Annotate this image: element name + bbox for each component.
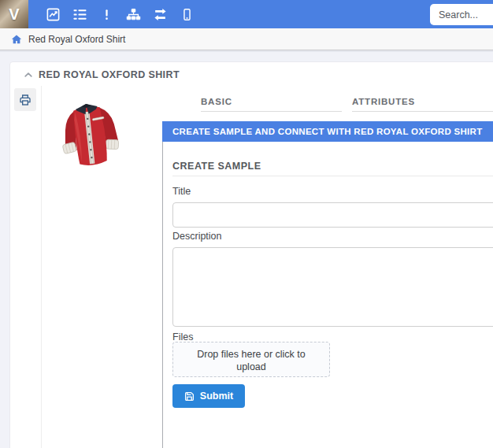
chart-icon[interactable] <box>39 0 66 28</box>
exchange-icon[interactable] <box>146 0 173 28</box>
description-input[interactable] <box>172 247 493 327</box>
mobile-icon[interactable] <box>173 0 200 28</box>
save-icon <box>184 391 195 402</box>
search-input[interactable] <box>430 4 493 25</box>
tab-basic[interactable]: BASIC <box>201 97 342 112</box>
files-label: Files <box>172 331 193 342</box>
alert-icon[interactable] <box>93 0 120 28</box>
breadcrumb-label: Red Royal Oxford Shirt <box>28 34 125 45</box>
submit-button[interactable]: Submit <box>172 384 245 408</box>
tasks-icon[interactable] <box>66 0 93 28</box>
app-logo[interactable]: V <box>0 0 28 28</box>
product-image <box>50 95 128 175</box>
section-divider <box>172 176 493 176</box>
section-title: CREATE SAMPLE <box>172 161 261 172</box>
title-label: Title <box>172 186 191 197</box>
sitemap-icon[interactable] <box>120 0 146 28</box>
tab-attributes[interactable]: ATTRIBUTES <box>352 97 493 112</box>
content-left-border <box>162 121 163 448</box>
panel-title: RED ROYAL OXFORD SHIRT <box>39 69 180 80</box>
print-button[interactable] <box>14 88 36 111</box>
home-icon[interactable] <box>11 34 22 45</box>
breadcrumb: Red Royal Oxford Shirt <box>0 28 493 50</box>
file-dropzone[interactable]: Drop files here or click to upload <box>172 342 330 377</box>
top-navbar: V <box>0 0 493 28</box>
title-input[interactable] <box>172 202 493 228</box>
printer-icon <box>19 94 32 106</box>
create-sample-banner: CREATE SAMPLE AND CONNECT WITH RED ROYAL… <box>162 121 493 142</box>
product-panel: RED ROYAL OXFORD SHIRT <box>9 61 493 448</box>
navbar-menu <box>39 0 200 28</box>
image-column-divider <box>41 86 42 448</box>
submit-label: Submit <box>200 391 233 402</box>
chevron-up-icon[interactable] <box>23 69 34 83</box>
description-label: Description <box>172 231 222 242</box>
